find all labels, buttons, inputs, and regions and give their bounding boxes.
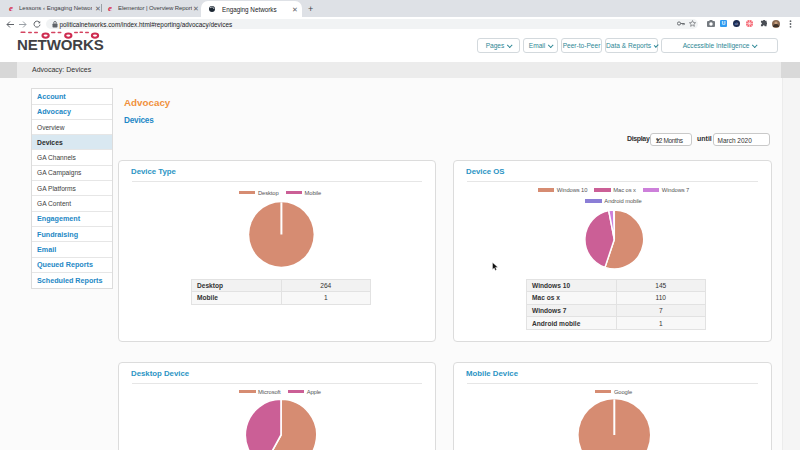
svg-text:ab: ab — [735, 22, 739, 26]
svg-text:U: U — [721, 20, 725, 26]
